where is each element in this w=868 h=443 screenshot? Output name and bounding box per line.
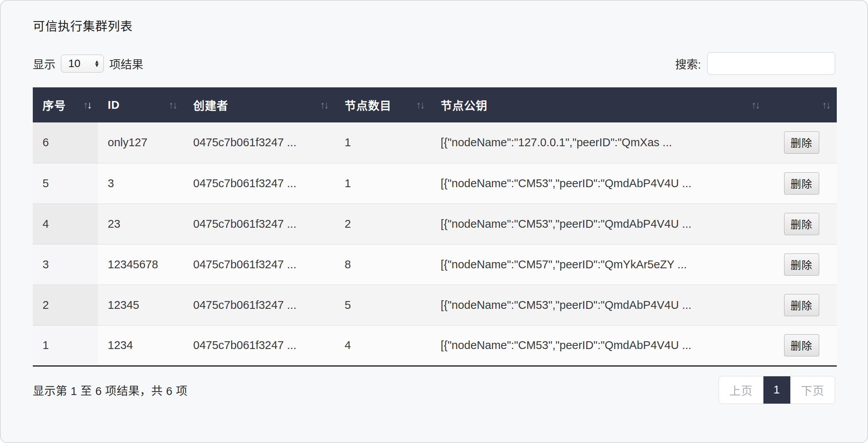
cell-id: 12345 <box>98 285 183 325</box>
length-label-prefix: 显示 <box>33 55 55 72</box>
cell-node-pubkey: [{"nodeName":"CM53","peerID":"QmdAbP4V4U… <box>431 325 766 366</box>
sort-icons: ↑↓ <box>83 99 91 111</box>
length-label-suffix: 项结果 <box>109 55 143 72</box>
search-control: 搜索: <box>675 52 835 75</box>
sort-desc-icon: ↓ <box>420 99 424 111</box>
column-header-seq[interactable]: 序号 ↑↓ <box>33 87 98 122</box>
cell-seq: 4 <box>33 204 98 244</box>
cell-id: 23 <box>98 204 183 244</box>
sort-desc-icon: ↓ <box>826 99 830 111</box>
sort-desc-icon: ↓ <box>324 99 328 111</box>
cell-creator: 0475c7b061f3247 ... <box>183 244 335 285</box>
table-row: 4 23 0475c7b061f3247 ... 2 [{"nodeName":… <box>33 204 837 244</box>
cell-node-pubkey: [{"nodeName":"CM53","peerID":"QmdAbP4V4U… <box>431 204 766 244</box>
delete-button[interactable]: 删除 <box>784 334 819 356</box>
cell-seq: 1 <box>33 325 98 366</box>
cell-id: only127 <box>98 122 183 163</box>
cell-node-count: 5 <box>335 285 431 325</box>
column-header-node-pubkey[interactable]: 节点公钥 ↑↓ <box>431 87 766 122</box>
sort-asc-icon: ↑ <box>416 99 420 111</box>
column-header-actions[interactable]: ↑↓ <box>766 87 837 122</box>
column-header-creator[interactable]: 创建者 ↑↓ <box>183 87 335 122</box>
sort-asc-icon: ↑ <box>822 99 826 111</box>
delete-button[interactable]: 删除 <box>784 172 819 195</box>
delete-button[interactable]: 删除 <box>784 294 819 316</box>
table-row: 1 1234 0475c7b061f3247 ... 4 [{"nodeName… <box>33 325 837 366</box>
table-row: 3 12345678 0475c7b061f3247 ... 8 [{"node… <box>33 244 837 285</box>
sort-desc-icon: ↓ <box>755 99 759 111</box>
sort-asc-icon: ↑ <box>83 99 87 111</box>
sort-icons: ↑↓ <box>822 99 830 111</box>
pagination-prev-button[interactable]: 上页 <box>719 376 763 404</box>
table-row: 5 3 0475c7b061f3247 ... 1 [{"nodeName":"… <box>33 163 837 204</box>
search-input[interactable] <box>707 52 835 75</box>
cluster-table: 序号 ↑↓ ID ↑↓ 创建者 ↑↓ 节点数目 ↑↓ 节点公钥 ↑↓ <box>33 87 837 367</box>
cell-creator: 0475c7b061f3247 ... <box>183 204 335 244</box>
table-footer: 显示第 1 至 6 项结果，共 6 项 上页 1 下页 <box>33 376 835 404</box>
cell-seq: 2 <box>33 285 98 325</box>
cell-creator: 0475c7b061f3247 ... <box>183 122 335 163</box>
cell-creator: 0475c7b061f3247 ... <box>183 163 335 204</box>
sort-desc-icon: ↓ <box>173 99 176 111</box>
cell-seq: 6 <box>33 122 98 163</box>
delete-button[interactable]: 删除 <box>784 253 819 276</box>
cell-seq: 3 <box>33 244 98 285</box>
cell-node-count: 8 <box>335 244 431 285</box>
sort-desc-icon: ↓ <box>87 99 91 111</box>
cell-node-pubkey: [{"nodeName":"127.0.0.1","peerID":"QmXas… <box>431 122 766 163</box>
pagination: 上页 1 下页 <box>719 376 835 404</box>
cell-id: 3 <box>98 163 183 204</box>
cell-creator: 0475c7b061f3247 ... <box>183 285 335 325</box>
column-header-seq-label: 序号 <box>43 100 66 112</box>
sort-icons: ↑↓ <box>320 99 328 111</box>
delete-button[interactable]: 删除 <box>784 213 819 235</box>
table-row: 2 12345 0475c7b061f3247 ... 5 [{"nodeNam… <box>33 285 837 325</box>
pagination-page-1-button[interactable]: 1 <box>763 376 790 404</box>
cell-node-count: 4 <box>335 325 431 366</box>
cell-seq: 5 <box>33 163 98 204</box>
spinner-down-icon: ▼ <box>94 64 100 67</box>
sort-asc-icon: ↑ <box>320 99 324 111</box>
sort-asc-icon: ↑ <box>169 99 173 111</box>
table-row: 6 only127 0475c7b061f3247 ... 1 [{"nodeN… <box>33 122 837 163</box>
page-length-select[interactable]: 10 ▲ ▼ <box>61 55 104 73</box>
page-length-control: 显示 10 ▲ ▼ 项结果 <box>33 55 143 73</box>
cluster-list-card: 可信执行集群列表 显示 10 ▲ ▼ 项结果 搜索: 序号 <box>0 0 868 443</box>
cell-node-pubkey: [{"nodeName":"CM53","peerID":"QmdAbP4V4U… <box>431 285 766 325</box>
column-header-node-pubkey-label: 节点公钥 <box>441 100 487 112</box>
cell-creator: 0475c7b061f3247 ... <box>183 325 335 366</box>
pagination-next-button[interactable]: 下页 <box>790 376 835 404</box>
table-controls: 显示 10 ▲ ▼ 项结果 搜索: <box>33 52 835 75</box>
column-header-creator-label: 创建者 <box>193 100 228 112</box>
cell-node-count: 1 <box>335 163 431 204</box>
column-header-node-count-label: 节点数目 <box>345 100 391 112</box>
cell-id: 1234 <box>98 325 183 366</box>
column-header-id[interactable]: ID ↑↓ <box>98 87 183 122</box>
length-selected-value: 10 <box>68 57 80 70</box>
cell-node-pubkey: [{"nodeName":"CM53","peerID":"QmdAbP4V4U… <box>431 163 766 204</box>
cell-node-count: 2 <box>335 204 431 244</box>
column-header-node-count[interactable]: 节点数目 ↑↓ <box>335 87 431 122</box>
table-header-row: 序号 ↑↓ ID ↑↓ 创建者 ↑↓ 节点数目 ↑↓ 节点公钥 ↑↓ <box>33 87 837 122</box>
sort-asc-icon: ↑ <box>751 99 755 111</box>
cell-node-count: 1 <box>335 122 431 163</box>
column-header-id-label: ID <box>108 99 120 111</box>
sort-icons: ↑↓ <box>751 99 759 111</box>
sort-icons: ↑↓ <box>416 99 424 111</box>
sort-icons: ↑↓ <box>169 99 176 111</box>
page-title: 可信执行集群列表 <box>33 1 835 34</box>
cell-node-pubkey: [{"nodeName":"CM57","peerID":"QmYkAr5eZY… <box>431 244 766 285</box>
delete-button[interactable]: 删除 <box>784 131 819 154</box>
results-info: 显示第 1 至 6 项结果，共 6 项 <box>33 382 187 398</box>
search-label: 搜索: <box>675 55 701 72</box>
cell-id: 12345678 <box>98 244 183 285</box>
select-spinner-icon: ▲ ▼ <box>94 60 100 67</box>
